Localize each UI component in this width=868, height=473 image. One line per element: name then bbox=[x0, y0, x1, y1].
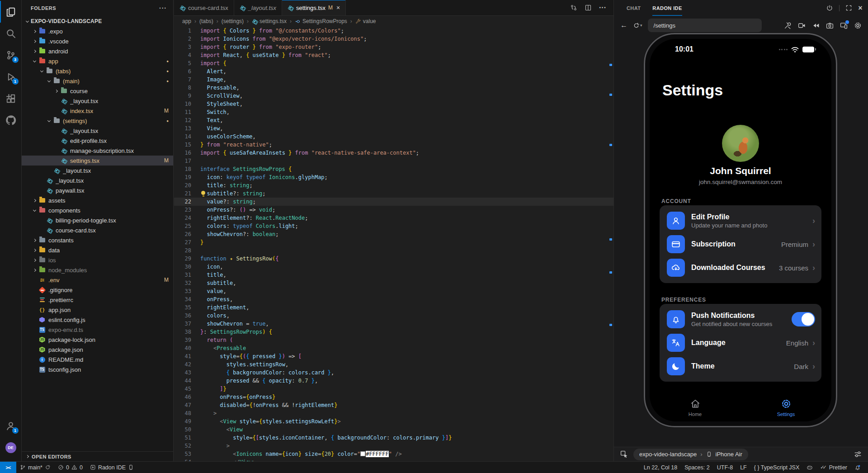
code-line-3[interactable]: 3import { router } from "expo-router"; bbox=[174, 43, 613, 51]
code-line-18[interactable]: 18interface SettingsRowProps { bbox=[174, 165, 613, 173]
restore-icon[interactable] bbox=[845, 5, 852, 11]
code-line-9[interactable]: 9 ScrollView, bbox=[174, 92, 613, 100]
activity-accounts[interactable]: 1 bbox=[0, 415, 22, 437]
breadcrumb-item[interactable]: settings.tsx bbox=[252, 18, 287, 24]
code-line-11[interactable]: 11 Switch, bbox=[174, 108, 613, 116]
code-line-51[interactable]: 51 style={[styles.iconContainer, { backg… bbox=[174, 434, 613, 442]
code-line-13[interactable]: 13 View, bbox=[174, 124, 613, 132]
chevron-down-icon[interactable]: ▾ bbox=[640, 23, 642, 28]
editor-tab-_layout.tsx[interactable]: _layout.tsx bbox=[234, 0, 282, 15]
tree-item-assets[interactable]: assets bbox=[22, 195, 173, 205]
code-line-5[interactable]: 5import { bbox=[174, 59, 613, 67]
tree-item-(settings)[interactable]: (settings)● bbox=[22, 116, 173, 126]
activity-explorer[interactable] bbox=[0, 1, 22, 23]
tree-item-EXPO-VIDEO-LANDSCAPE[interactable]: EXPO-VIDEO-LANDSCAPE bbox=[22, 16, 173, 26]
tree-item-manage-subscription.tsx[interactable]: manage-subscription.tsx bbox=[22, 146, 173, 156]
tree-item-edit-profile.tsx[interactable]: edit-profile.tsx bbox=[22, 136, 173, 146]
devices-icon[interactable] bbox=[840, 22, 848, 29]
code-line-7[interactable]: 7 Image, bbox=[174, 76, 613, 84]
code-line-20[interactable]: 20 title: string; bbox=[174, 181, 613, 189]
tree-item-.vscode[interactable]: .vscode bbox=[22, 36, 173, 46]
remote-indicator[interactable]: >< bbox=[0, 462, 16, 473]
code-line-53[interactable]: 53 <Ionicons name={icon} size={20} color… bbox=[174, 450, 613, 458]
activity-github[interactable] bbox=[0, 109, 22, 131]
settings-row-subscription[interactable]: SubscriptionPremium› bbox=[660, 232, 821, 256]
code-line-44[interactable]: 44 pressed && { opacity: 0.7 }, bbox=[174, 377, 613, 385]
code-line-50[interactable]: 50 <View bbox=[174, 426, 613, 434]
breadcrumb-item[interactable]: (tabs) bbox=[199, 18, 213, 24]
tree-item-billing-period-toggle.tsx[interactable]: billing-period-toggle.tsx bbox=[22, 215, 173, 225]
activity-search[interactable] bbox=[0, 23, 22, 44]
activity-source-control[interactable]: 3 bbox=[0, 44, 22, 66]
tree-item-.expo[interactable]: .expo bbox=[22, 26, 173, 36]
tree-item-node_modules[interactable]: node_modules bbox=[22, 265, 173, 275]
phone-tab-settings[interactable]: Settings bbox=[741, 398, 831, 417]
code-line-21[interactable]: 21 subtitle?: string; bbox=[174, 189, 613, 198]
open-editors-section[interactable]: OPEN EDITORS bbox=[22, 451, 173, 461]
tree-item-app[interactable]: app● bbox=[22, 56, 173, 66]
status-radon-ide-status[interactable]: Radon IDE bbox=[86, 462, 137, 473]
tree-item-data[interactable]: data bbox=[22, 245, 173, 255]
close-icon[interactable]: × bbox=[336, 4, 340, 11]
explorer-more-actions-icon[interactable]: ··· bbox=[159, 5, 167, 12]
code-line-30[interactable]: 30 icon, bbox=[174, 263, 613, 271]
gear-icon[interactable] bbox=[854, 22, 862, 29]
url-input[interactable]: /settings bbox=[648, 19, 762, 32]
code-line-26[interactable]: 26 showChevron?: boolean; bbox=[174, 230, 613, 238]
tree-item-.gitignore[interactable]: .gitignore bbox=[22, 285, 173, 295]
toggle-on[interactable] bbox=[792, 312, 815, 326]
overview-ruler[interactable] bbox=[608, 0, 613, 461]
code-line-1[interactable]: 1import { Colors } from "@/constants/Col… bbox=[174, 27, 613, 35]
code-line-6[interactable]: 6 Alert, bbox=[174, 67, 613, 76]
tree-item-eslint.config.js[interactable]: eslint.config.js bbox=[22, 315, 173, 325]
code-line-2[interactable]: 2import Ionicons from "@expo/vector-icon… bbox=[174, 35, 613, 43]
code-line-37[interactable]: 37 showChevron = true, bbox=[174, 320, 613, 328]
code-line-14[interactable]: 14 useColorScheme, bbox=[174, 132, 613, 141]
tree-item-.env[interactable]: .envM bbox=[22, 275, 173, 285]
tab-chat[interactable]: CHAT bbox=[627, 0, 641, 16]
status-cursor-position[interactable]: Ln 22, Col 18 bbox=[640, 462, 681, 473]
status-git-branch[interactable]: main* bbox=[16, 462, 54, 473]
code-line-22[interactable]: 22 value?: string; bbox=[174, 198, 613, 206]
code-line-54[interactable]: 54 </View> bbox=[174, 458, 613, 461]
tab-radon-ide[interactable]: RADON IDE bbox=[652, 0, 682, 16]
profile-avatar[interactable] bbox=[722, 125, 759, 162]
status-language-mode[interactable]: { } TypeScript JSX bbox=[750, 462, 803, 473]
breadcrumb-item[interactable]: app bbox=[182, 18, 191, 24]
back-icon[interactable]: ← bbox=[620, 21, 627, 29]
code-line-45[interactable]: 45 ]} bbox=[174, 385, 613, 393]
tree-item-index.tsx[interactable]: index.tsxM bbox=[22, 106, 173, 116]
code-line-52[interactable]: 52 > bbox=[174, 442, 613, 450]
tree-item-app.json[interactable]: {}app.json bbox=[22, 305, 173, 315]
code-line-15[interactable]: 15} from "react-native"; bbox=[174, 141, 613, 149]
code-line-16[interactable]: 16import { useSafeAreaInsets } from "rea… bbox=[174, 149, 613, 157]
power-icon[interactable] bbox=[826, 5, 833, 12]
code-line-31[interactable]: 31 title, bbox=[174, 271, 613, 279]
status-copilot[interactable] bbox=[803, 462, 816, 473]
compare-changes-icon[interactable] bbox=[570, 4, 577, 11]
rewind-icon[interactable] bbox=[812, 22, 820, 29]
reload-icon[interactable]: ▾ bbox=[633, 22, 642, 29]
tree-item-course[interactable]: course bbox=[22, 86, 173, 96]
inspect-icon[interactable] bbox=[620, 450, 628, 458]
code-line-27[interactable]: 27} bbox=[174, 238, 613, 246]
settings-row-theme[interactable]: ThemeDark› bbox=[660, 355, 821, 378]
project-device-selector[interactable]: expo-video-landscape › iPhone Air bbox=[633, 449, 748, 460]
tree-item-paywall.tsx[interactable]: paywall.tsx bbox=[22, 185, 173, 195]
settings-row-push-notifications[interactable]: Push NotificationsGet notified about new… bbox=[660, 307, 821, 331]
code-line-17[interactable]: 17 bbox=[174, 157, 613, 165]
tree-item-README.md[interactable]: iREADME.md bbox=[22, 355, 173, 364]
tools-icon[interactable] bbox=[784, 22, 792, 29]
code-line-29[interactable]: 29function ✦ SettingsRow({ bbox=[174, 255, 613, 263]
code-editor[interactable]: 1import { Colors } from "@/constants/Col… bbox=[174, 27, 613, 461]
activity-extensions[interactable] bbox=[0, 88, 22, 109]
tree-item-_layout.tsx[interactable]: _layout.tsx bbox=[22, 175, 173, 185]
settings-row-edit-profile[interactable]: Edit ProfileUpdate your name and photo› bbox=[660, 209, 821, 232]
phone-screen[interactable]: 10:01 Settings John Squirrel john.squirr… bbox=[650, 39, 831, 421]
lightbulb-icon[interactable] bbox=[201, 191, 205, 195]
tree-item-constants[interactable]: constants bbox=[22, 235, 173, 245]
settings-row-downloaded-courses[interactable]: Downloaded Courses3 courses› bbox=[660, 256, 821, 279]
code-line-41[interactable]: 41 style={({ pressed }) => [ bbox=[174, 352, 613, 360]
code-line-12[interactable]: 12 Text, bbox=[174, 116, 613, 124]
code-line-32[interactable]: 32 subtitle, bbox=[174, 279, 613, 287]
